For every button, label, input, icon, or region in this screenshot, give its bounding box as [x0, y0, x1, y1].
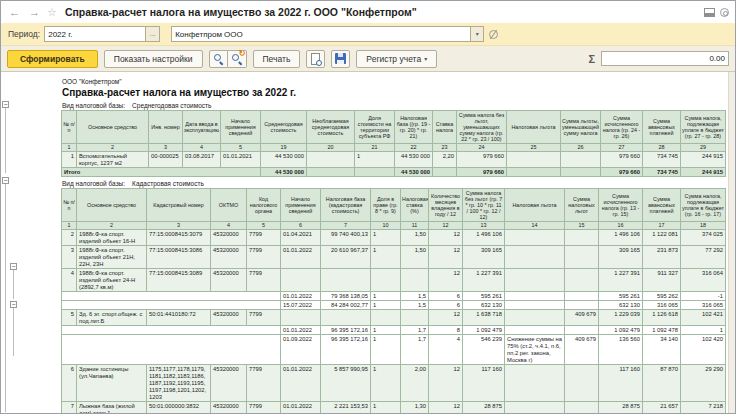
- cell[interactable]: 1988г.Ф-ка спорт. изделий объект 16-Н: [77, 230, 147, 246]
- cell[interactable]: 50:01:000000:3832: [147, 402, 211, 414]
- cell[interactable]: 1: [371, 246, 401, 269]
- cell[interactable]: 117 160: [599, 365, 643, 402]
- column-number[interactable]: 26: [561, 144, 601, 152]
- cell[interactable]: 1: [371, 402, 401, 414]
- cell[interactable]: 1: [681, 326, 726, 335]
- column-number[interactable]: 6: [281, 222, 321, 230]
- cell[interactable]: 595 261: [463, 292, 505, 301]
- column-number[interactable]: 28: [643, 144, 681, 152]
- column-header[interactable]: Сумма авансовых платежей: [643, 111, 681, 144]
- collapse-group-icon[interactable]: −: [2, 101, 9, 108]
- cell[interactable]: 1988г.Ф-ка спорт. изделий объект 21Н, 22…: [77, 246, 147, 269]
- column-number[interactable]: 22: [395, 144, 433, 152]
- cell[interactable]: [281, 269, 321, 292]
- cell[interactable]: [565, 246, 599, 269]
- cell[interactable]: 44 530 000: [261, 168, 307, 177]
- cell[interactable]: 6: [429, 292, 463, 301]
- cell[interactable]: 7 218: [681, 402, 726, 414]
- cell[interactable]: 1,5: [401, 292, 429, 301]
- cell[interactable]: 29 290: [681, 365, 726, 402]
- column-header[interactable]: Кадастровый номер: [147, 189, 211, 222]
- cell[interactable]: 7799: [247, 269, 281, 292]
- cell[interactable]: 1: [371, 365, 401, 402]
- column-header[interactable]: Доля в праве (гр. 8 * гр. 9): [371, 189, 401, 222]
- cell[interactable]: 1,50: [401, 246, 429, 269]
- cell[interactable]: 911 327: [643, 269, 681, 292]
- cell[interactable]: 01.01.2022: [281, 326, 321, 335]
- cell[interactable]: [565, 365, 599, 402]
- cell[interactable]: 34 140: [643, 335, 681, 365]
- cell[interactable]: 409 679: [565, 310, 599, 326]
- cell[interactable]: [355, 168, 395, 177]
- cell[interactable]: [565, 402, 599, 414]
- cell[interactable]: [401, 269, 429, 292]
- cell[interactable]: [505, 301, 565, 310]
- column-number[interactable]: 13: [463, 222, 505, 230]
- cell[interactable]: [62, 326, 281, 335]
- cell[interactable]: 45320000: [211, 402, 247, 414]
- cell[interactable]: 1: [62, 152, 77, 168]
- column-header[interactable]: Налоговая база (кадастровая стоимость): [321, 189, 371, 222]
- sum-field[interactable]: [601, 51, 729, 66]
- cell[interactable]: 77:15:0008415:3089: [147, 269, 211, 292]
- cell[interactable]: [321, 310, 371, 326]
- column-header[interactable]: Инв. номер: [149, 111, 183, 144]
- cell[interactable]: 1 126 618: [643, 310, 681, 326]
- cell[interactable]: [505, 402, 565, 414]
- window-icon[interactable]: [704, 8, 715, 17]
- cell[interactable]: 1175,1177,1178,1179,1181,1182,1183,1186,…: [147, 365, 211, 402]
- cell[interactable]: 979 660: [601, 168, 643, 177]
- column-header[interactable]: Сумма налога, подлежащая уплате в бюджет…: [681, 189, 726, 222]
- cell[interactable]: 28 875: [463, 402, 505, 414]
- cell[interactable]: 01.01.2022: [281, 246, 321, 269]
- star-icon[interactable]: ☆: [47, 6, 57, 19]
- cell[interactable]: 12: [429, 269, 463, 292]
- settings-icon[interactable]: [720, 8, 729, 17]
- column-number[interactable]: 7: [321, 222, 371, 230]
- cell[interactable]: 1: [371, 301, 401, 310]
- generate-button[interactable]: Сформировать: [7, 50, 98, 68]
- cell[interactable]: 77 292: [681, 246, 726, 269]
- cell[interactable]: 4: [429, 335, 463, 365]
- cell[interactable]: [505, 246, 565, 269]
- cell[interactable]: [507, 168, 561, 177]
- cell[interactable]: Вспомогательный корпус, 1237 м2: [77, 152, 149, 168]
- column-number[interactable]: 24: [457, 144, 507, 152]
- cell[interactable]: 96 395 172,16: [321, 335, 371, 365]
- column-header[interactable]: Начало применения сведений: [221, 111, 261, 144]
- cell[interactable]: 12: [429, 230, 463, 246]
- cell[interactable]: [401, 310, 429, 326]
- column-number[interactable]: 17: [643, 222, 681, 230]
- cell[interactable]: 7799: [247, 365, 281, 402]
- cell[interactable]: 409 679: [565, 335, 599, 365]
- cell[interactable]: 1: [371, 326, 401, 335]
- cell[interactable]: 734 745: [643, 152, 681, 168]
- cell[interactable]: 1: [355, 152, 395, 168]
- cell[interactable]: 01.01.2021: [221, 152, 261, 168]
- column-number[interactable]: 5: [247, 222, 281, 230]
- cell[interactable]: 2,20: [433, 152, 457, 168]
- column-number[interactable]: 1: [62, 144, 77, 152]
- cell[interactable]: 77:15:0008415:3086: [147, 246, 211, 269]
- cell[interactable]: 01.04.2021: [281, 230, 321, 246]
- organization-input[interactable]: [171, 26, 471, 42]
- cell[interactable]: 1,5: [401, 301, 429, 310]
- cell[interactable]: 1,7: [401, 335, 429, 365]
- cell[interactable]: 1 092 479: [599, 326, 643, 335]
- column-header[interactable]: Код налогового органа: [247, 189, 281, 222]
- cell[interactable]: 1,30: [401, 402, 429, 414]
- cell[interactable]: 117 160: [463, 365, 505, 402]
- column-header[interactable]: Сумма налоговых льгот: [565, 189, 599, 222]
- column-header[interactable]: Сумма исчисленного налога (гр. 24 - гр. …: [601, 111, 643, 144]
- column-header[interactable]: Количество месяцев владения в году / 12: [429, 189, 463, 222]
- column-number[interactable]: 27: [601, 144, 643, 152]
- cell[interactable]: 244 915: [681, 152, 726, 168]
- cell[interactable]: 01.01.2022: [281, 402, 321, 414]
- cell[interactable]: 374 025: [681, 230, 726, 246]
- cell[interactable]: 309 165: [599, 246, 643, 269]
- column-header[interactable]: Налоговая база ((гр. 19 - гр. 20) * гр. …: [395, 111, 433, 144]
- collapse-group-icon[interactable]: −: [10, 301, 17, 308]
- column-header[interactable]: Основное средство: [77, 111, 149, 144]
- cell[interactable]: [371, 310, 401, 326]
- column-header[interactable]: № п/п: [62, 111, 77, 144]
